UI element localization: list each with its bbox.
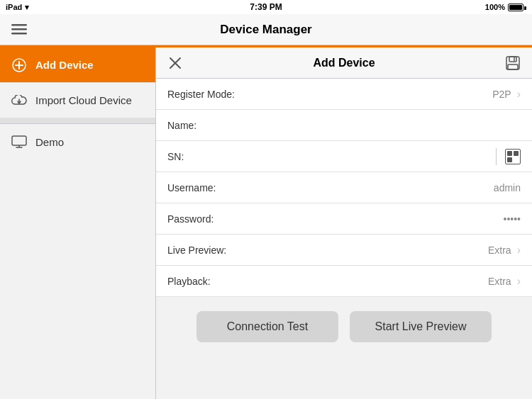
qr-cell-3	[507, 157, 512, 162]
sidebar-demo-label: Demo	[35, 136, 64, 148]
battery-icon	[508, 4, 526, 11]
live-preview-chevron: ›	[517, 244, 521, 257]
playback-row[interactable]: Playback: Extra ›	[156, 266, 532, 297]
register-mode-row[interactable]: Register Mode: P2P ›	[156, 79, 532, 110]
sidebar-import-label: Import Cloud Device	[35, 94, 132, 106]
sidebar-add-device-label: Add Device	[35, 59, 94, 71]
sidebar-divider	[0, 118, 155, 124]
playback-value: Extra ›	[245, 275, 521, 288]
username-value: admin	[245, 182, 521, 193]
panel-save-button[interactable]	[502, 52, 523, 74]
svg-rect-7	[12, 136, 26, 145]
qr-cell-2	[514, 151, 519, 156]
panel-header: Add Device	[156, 47, 532, 79]
save-icon	[504, 55, 521, 72]
status-time: 7:39 PM	[250, 2, 282, 12]
qr-cell-1	[507, 151, 512, 156]
content-panel: Add Device Register Mode: P2P ›	[156, 47, 532, 399]
sn-input[interactable]	[245, 151, 487, 162]
playback-label: Playback:	[167, 276, 245, 287]
sidebar-item-demo[interactable]: Demo	[0, 124, 155, 159]
carrier-label: iPad	[6, 3, 22, 11]
main-layout: Add Device Import Cloud Device	[0, 47, 532, 399]
form-container: Register Mode: P2P › Name: SN:	[156, 79, 532, 399]
battery-percent: 100%	[485, 3, 505, 11]
username-label: Username:	[167, 182, 245, 193]
qr-scan-button[interactable]	[505, 149, 521, 164]
username-row[interactable]: Username: admin	[156, 172, 532, 203]
sidebar: Add Device Import Cloud Device	[0, 47, 156, 399]
svg-rect-2	[11, 33, 27, 35]
register-mode-label: Register Mode:	[167, 89, 245, 100]
menu-button[interactable]	[9, 19, 30, 40]
status-bar: iPad ▾ 7:39 PM 100%	[0, 0, 532, 14]
password-value: •••••	[245, 213, 521, 225]
start-live-preview-button[interactable]: Start Live Preview	[350, 311, 492, 342]
panel-close-button[interactable]	[165, 52, 186, 74]
plus-icon	[11, 57, 27, 73]
name-value	[245, 120, 521, 131]
panel-title: Add Device	[313, 57, 375, 69]
sn-divider	[496, 148, 497, 165]
connection-test-button[interactable]: Connection Test	[196, 311, 338, 342]
sidebar-item-add-device[interactable]: Add Device	[0, 47, 155, 83]
live-preview-label: Live Preview:	[167, 245, 245, 256]
buttons-area: Connection Test Start Live Preview	[156, 297, 532, 356]
svg-rect-0	[11, 24, 27, 26]
hamburger-icon	[11, 24, 27, 35]
sn-label: SN:	[167, 151, 245, 162]
status-left: iPad ▾	[6, 3, 29, 12]
name-input[interactable]	[245, 120, 521, 131]
header-title: Device Manager	[220, 23, 311, 37]
wifi-icon: ▾	[25, 3, 29, 12]
name-row[interactable]: Name:	[156, 110, 532, 141]
sidebar-item-import-cloud[interactable]: Import Cloud Device	[0, 83, 155, 118]
svg-rect-1	[11, 28, 27, 30]
cloud-icon	[11, 93, 27, 108]
live-preview-row[interactable]: Live Preview: Extra ›	[156, 235, 532, 266]
playback-chevron: ›	[517, 275, 521, 288]
sn-value	[245, 148, 521, 165]
status-right: 100%	[485, 3, 526, 11]
sn-row[interactable]: SN:	[156, 141, 532, 172]
live-preview-value: Extra ›	[245, 244, 521, 257]
monitor-icon	[11, 134, 27, 150]
name-label: Name:	[167, 120, 245, 131]
svg-rect-14	[508, 64, 518, 69]
register-mode-chevron: ›	[517, 88, 521, 101]
register-mode-value: P2P ›	[245, 88, 521, 101]
qr-cell-4	[514, 157, 519, 162]
password-label: Password:	[167, 213, 245, 225]
password-row[interactable]: Password: •••••	[156, 203, 532, 235]
svg-rect-13	[509, 57, 516, 62]
app-header: Device Manager	[0, 14, 532, 45]
